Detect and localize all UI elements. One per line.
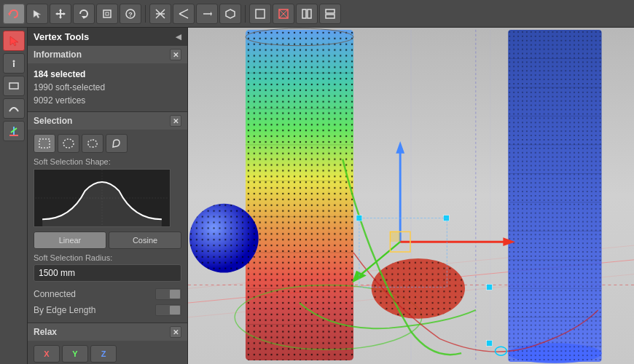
svg-rect-94 [487,284,493,290]
rect-select-btn[interactable] [34,134,55,153]
svg-rect-30 [13,63,15,67]
svg-rect-26 [308,9,311,18]
svg-point-77 [508,343,601,363]
svg-marker-4 [59,9,62,11]
curve-type-row: Linear Cosine [34,232,181,249]
panel-title: Vertex Tools [34,31,89,42]
soft-selection-curve [34,169,171,227]
tool-info-btn[interactable] [3,53,25,74]
toolbar-rotate-btn[interactable] [73,4,95,24]
svg-rect-53 [246,30,353,360]
svg-line-17 [179,14,188,18]
soft-selection-shape-label: Soft Selection Shape: [34,157,181,166]
toolbar-tool4-btn[interactable] [219,4,241,24]
selection-icons-row [34,134,181,153]
svg-marker-85 [396,141,404,154]
svg-rect-64 [508,30,601,362]
panel-arrow-icon: ◀ [176,33,181,41]
svg-point-36 [63,139,74,148]
information-label: Information [34,50,82,60]
information-section-header[interactable]: Information ✕ [28,46,187,63]
main-area: Vertex Tools ◀ Information ✕ 184 selecte… [0,28,634,364]
svg-rect-31 [9,83,18,89]
svg-line-16 [179,9,188,14]
svg-rect-91 [390,232,400,242]
svg-rect-28 [326,15,334,18]
information-section: Information ✕ 184 selected 1990 soft-sel… [28,46,187,112]
relax-y-btn[interactable]: Y [62,345,88,363]
relax-section-header[interactable]: Relax ✕ [28,323,187,341]
toolbar-scale-btn[interactable] [96,4,118,24]
svg-point-82 [372,258,465,319]
svg-rect-95 [487,340,493,346]
toolbar-tool3-btn[interactable] [196,4,218,24]
selected-count: 184 selected [34,69,85,79]
relax-label: Relax [34,327,57,337]
soft-selected-count: 1990 soft-selected [34,82,105,92]
selection-section-header[interactable]: Selection ✕ [28,112,187,130]
svg-point-79 [189,204,259,273]
svg-marker-20 [226,9,235,18]
relax-buttons-row: X Y Z [28,341,187,364]
svg-marker-1 [34,10,41,18]
connected-label: Connected [34,289,76,299]
by-edge-toggle[interactable] [155,304,181,316]
selection-label: Selection [34,116,72,126]
vertices-count: 9092 vertices [34,95,85,106]
svg-point-29 [12,60,15,63]
viewport[interactable] [188,28,634,364]
selection-body: Soft Selection Shape: Linear Cosine [28,130,187,323]
left-icon-bar [0,28,28,364]
svg-marker-5 [59,17,62,19]
tool-curve-btn[interactable] [3,98,25,119]
toolbar-tool7-btn[interactable] [296,4,318,24]
svg-text:?: ? [128,11,133,18]
toolbar-select-btn[interactable] [26,4,48,24]
viewport-svg [188,28,634,364]
toolbar-undo-btn[interactable] [3,4,25,24]
paint-select-btn[interactable] [106,134,128,153]
svg-rect-27 [326,9,334,13]
relax-z-btn[interactable]: Z [90,345,117,363]
circle-select-btn[interactable] [58,134,79,153]
svg-rect-21 [256,9,265,18]
toolbar-separator-2 [245,5,246,23]
connected-toggle-row: Connected [34,286,181,302]
panel-header[interactable]: Vertex Tools ◀ [28,28,187,46]
tool-rect-btn[interactable] [3,76,25,96]
toolbar-separator-1 [145,5,146,23]
svg-rect-35 [39,139,50,148]
soft-radius-label: Soft Selection Radius: [34,253,181,262]
relax-section: Relax ✕ X Y Z [28,323,187,364]
soft-radius-input[interactable] [34,264,181,282]
svg-marker-0 [8,12,10,16]
soft-selected-count-row: 1990 soft-selected [34,81,181,94]
lasso-select-btn[interactable] [82,134,103,153]
cosine-btn[interactable]: Cosine [109,232,181,249]
connected-toggle[interactable] [155,288,181,300]
selection-close-btn[interactable]: ✕ [170,115,181,127]
toolbar-tool2-btn[interactable] [173,4,195,24]
svg-marker-7 [63,12,66,15]
vertices-count-row: 9092 vertices [34,94,181,107]
toolbar-tool8-btn[interactable] [319,4,341,24]
selection-section: Selection ✕ [28,112,187,323]
side-panel: Vertex Tools ◀ Information ✕ 184 selecte… [28,28,188,364]
toolbar-tool6-btn[interactable] [273,4,294,24]
toolbar-tool5-btn[interactable] [249,4,271,24]
tool-axes-btn[interactable] [3,121,25,141]
toolbar-help-btn[interactable]: ? [120,4,141,24]
svg-marker-6 [55,12,58,15]
svg-rect-25 [302,9,306,18]
by-edge-toggle-row: By Edge Length [34,302,181,318]
relax-close-btn[interactable]: ✕ [170,326,181,338]
linear-btn[interactable]: Linear [34,232,106,249]
tool-pointer-btn[interactable] [3,31,25,51]
top-toolbar: ? [0,0,634,28]
toolbar-tool1-btn[interactable] [149,4,171,24]
information-body: 184 selected 1990 soft-selected 9092 ver… [28,63,187,111]
toolbar-move-btn[interactable] [50,4,71,24]
relax-x-btn[interactable]: X [34,345,60,363]
information-close-btn[interactable]: ✕ [170,49,181,60]
by-edge-label: By Edge Length [34,305,95,315]
